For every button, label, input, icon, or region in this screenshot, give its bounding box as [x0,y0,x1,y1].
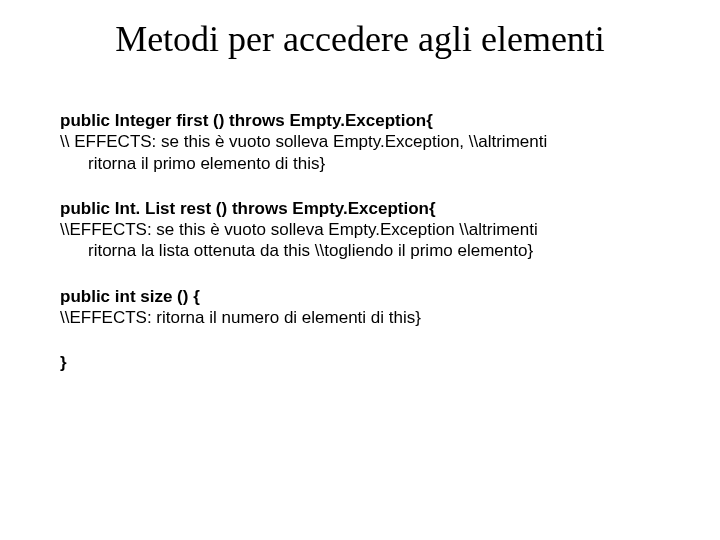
closing-brace: } [60,352,660,373]
method-block-first: public Integer first () throws Empty.Exc… [60,110,660,174]
method-effects-line1: \\ EFFECTS: se this è vuoto solleva Empt… [60,131,660,152]
method-block-size: public int size () { \\EFFECTS: ritorna … [60,286,660,329]
method-effects-line1: \\EFFECTS: ritorna il numero di elementi… [60,307,660,328]
method-signature: public Int. List rest () throws Empty.Ex… [60,198,660,219]
slide: Metodi per accedere agli elementi public… [0,0,720,540]
slide-body: public Integer first () throws Empty.Exc… [0,60,720,373]
method-signature: public int size () { [60,286,660,307]
method-signature: public Integer first () throws Empty.Exc… [60,110,660,131]
method-effects-line1: \\EFFECTS: se this è vuoto solleva Empty… [60,219,660,240]
slide-title: Metodi per accedere agli elementi [0,0,720,60]
method-effects-line2: ritorna la lista ottenuta da this \\togl… [60,240,660,261]
method-block-rest: public Int. List rest () throws Empty.Ex… [60,198,660,262]
method-effects-line2: ritorna il primo elemento di this} [60,153,660,174]
